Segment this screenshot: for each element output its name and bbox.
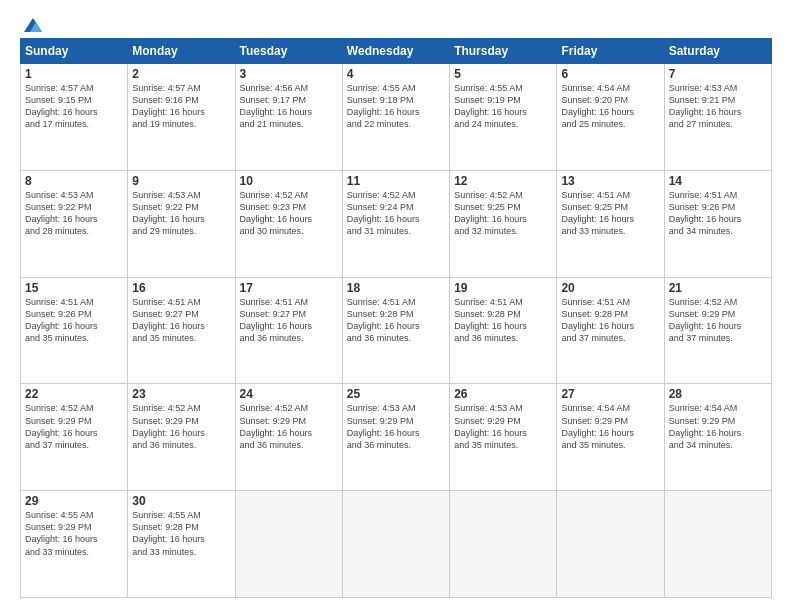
day-info: Sunrise: 4:52 AM Sunset: 9:29 PM Dayligh…: [669, 296, 767, 345]
calendar-day-cell: 13Sunrise: 4:51 AM Sunset: 9:25 PM Dayli…: [557, 170, 664, 277]
day-info: Sunrise: 4:53 AM Sunset: 9:29 PM Dayligh…: [454, 402, 552, 451]
day-number: 19: [454, 281, 552, 295]
weekday-header: Saturday: [664, 39, 771, 64]
day-number: 21: [669, 281, 767, 295]
calendar-day-cell: [557, 491, 664, 598]
calendar-day-cell: 23Sunrise: 4:52 AM Sunset: 9:29 PM Dayli…: [128, 384, 235, 491]
calendar-week-row: 29Sunrise: 4:55 AM Sunset: 9:29 PM Dayli…: [21, 491, 772, 598]
day-info: Sunrise: 4:53 AM Sunset: 9:21 PM Dayligh…: [669, 82, 767, 131]
calendar-day-cell: 17Sunrise: 4:51 AM Sunset: 9:27 PM Dayli…: [235, 277, 342, 384]
calendar-day-cell: 30Sunrise: 4:55 AM Sunset: 9:28 PM Dayli…: [128, 491, 235, 598]
day-number: 20: [561, 281, 659, 295]
calendar-day-cell: 10Sunrise: 4:52 AM Sunset: 9:23 PM Dayli…: [235, 170, 342, 277]
day-info: Sunrise: 4:57 AM Sunset: 9:15 PM Dayligh…: [25, 82, 123, 131]
calendar-day-cell: 15Sunrise: 4:51 AM Sunset: 9:26 PM Dayli…: [21, 277, 128, 384]
calendar-week-row: 22Sunrise: 4:52 AM Sunset: 9:29 PM Dayli…: [21, 384, 772, 491]
page: SundayMondayTuesdayWednesdayThursdayFrid…: [0, 0, 792, 612]
day-number: 15: [25, 281, 123, 295]
weekday-header: Wednesday: [342, 39, 449, 64]
logo-icon: [22, 16, 44, 34]
day-number: 12: [454, 174, 552, 188]
calendar-day-cell: [664, 491, 771, 598]
day-number: 22: [25, 387, 123, 401]
day-info: Sunrise: 4:52 AM Sunset: 9:29 PM Dayligh…: [132, 402, 230, 451]
header: [20, 18, 772, 30]
day-number: 3: [240, 67, 338, 81]
day-number: 11: [347, 174, 445, 188]
day-info: Sunrise: 4:52 AM Sunset: 9:25 PM Dayligh…: [454, 189, 552, 238]
weekday-header: Monday: [128, 39, 235, 64]
day-number: 16: [132, 281, 230, 295]
day-info: Sunrise: 4:56 AM Sunset: 9:17 PM Dayligh…: [240, 82, 338, 131]
day-number: 5: [454, 67, 552, 81]
day-number: 9: [132, 174, 230, 188]
weekday-header-row: SundayMondayTuesdayWednesdayThursdayFrid…: [21, 39, 772, 64]
day-info: Sunrise: 4:51 AM Sunset: 9:28 PM Dayligh…: [347, 296, 445, 345]
day-info: Sunrise: 4:52 AM Sunset: 9:29 PM Dayligh…: [25, 402, 123, 451]
weekday-header: Thursday: [450, 39, 557, 64]
calendar-day-cell: 14Sunrise: 4:51 AM Sunset: 9:26 PM Dayli…: [664, 170, 771, 277]
calendar-day-cell: 28Sunrise: 4:54 AM Sunset: 9:29 PM Dayli…: [664, 384, 771, 491]
day-number: 10: [240, 174, 338, 188]
calendar-day-cell: 26Sunrise: 4:53 AM Sunset: 9:29 PM Dayli…: [450, 384, 557, 491]
day-number: 18: [347, 281, 445, 295]
calendar-day-cell: 5Sunrise: 4:55 AM Sunset: 9:19 PM Daylig…: [450, 64, 557, 171]
calendar-day-cell: 9Sunrise: 4:53 AM Sunset: 9:22 PM Daylig…: [128, 170, 235, 277]
day-info: Sunrise: 4:54 AM Sunset: 9:29 PM Dayligh…: [561, 402, 659, 451]
calendar-day-cell: 12Sunrise: 4:52 AM Sunset: 9:25 PM Dayli…: [450, 170, 557, 277]
day-info: Sunrise: 4:55 AM Sunset: 9:28 PM Dayligh…: [132, 509, 230, 558]
day-number: 8: [25, 174, 123, 188]
day-info: Sunrise: 4:54 AM Sunset: 9:29 PM Dayligh…: [669, 402, 767, 451]
day-number: 26: [454, 387, 552, 401]
calendar-day-cell: [235, 491, 342, 598]
day-info: Sunrise: 4:53 AM Sunset: 9:22 PM Dayligh…: [25, 189, 123, 238]
day-info: Sunrise: 4:53 AM Sunset: 9:29 PM Dayligh…: [347, 402, 445, 451]
day-number: 1: [25, 67, 123, 81]
day-number: 14: [669, 174, 767, 188]
day-info: Sunrise: 4:51 AM Sunset: 9:28 PM Dayligh…: [454, 296, 552, 345]
day-info: Sunrise: 4:54 AM Sunset: 9:20 PM Dayligh…: [561, 82, 659, 131]
calendar-day-cell: 21Sunrise: 4:52 AM Sunset: 9:29 PM Dayli…: [664, 277, 771, 384]
calendar-day-cell: 19Sunrise: 4:51 AM Sunset: 9:28 PM Dayli…: [450, 277, 557, 384]
day-number: 25: [347, 387, 445, 401]
day-number: 29: [25, 494, 123, 508]
calendar-day-cell: [450, 491, 557, 598]
calendar-day-cell: 20Sunrise: 4:51 AM Sunset: 9:28 PM Dayli…: [557, 277, 664, 384]
day-number: 24: [240, 387, 338, 401]
calendar-day-cell: [342, 491, 449, 598]
day-number: 13: [561, 174, 659, 188]
calendar-day-cell: 4Sunrise: 4:55 AM Sunset: 9:18 PM Daylig…: [342, 64, 449, 171]
day-info: Sunrise: 4:51 AM Sunset: 9:27 PM Dayligh…: [132, 296, 230, 345]
day-info: Sunrise: 4:55 AM Sunset: 9:29 PM Dayligh…: [25, 509, 123, 558]
logo: [20, 18, 44, 30]
calendar-week-row: 8Sunrise: 4:53 AM Sunset: 9:22 PM Daylig…: [21, 170, 772, 277]
weekday-header: Sunday: [21, 39, 128, 64]
day-number: 30: [132, 494, 230, 508]
day-number: 6: [561, 67, 659, 81]
calendar-day-cell: 1Sunrise: 4:57 AM Sunset: 9:15 PM Daylig…: [21, 64, 128, 171]
calendar-day-cell: 27Sunrise: 4:54 AM Sunset: 9:29 PM Dayli…: [557, 384, 664, 491]
calendar-day-cell: 8Sunrise: 4:53 AM Sunset: 9:22 PM Daylig…: [21, 170, 128, 277]
calendar-day-cell: 22Sunrise: 4:52 AM Sunset: 9:29 PM Dayli…: [21, 384, 128, 491]
day-info: Sunrise: 4:51 AM Sunset: 9:25 PM Dayligh…: [561, 189, 659, 238]
calendar-day-cell: 16Sunrise: 4:51 AM Sunset: 9:27 PM Dayli…: [128, 277, 235, 384]
day-info: Sunrise: 4:51 AM Sunset: 9:28 PM Dayligh…: [561, 296, 659, 345]
day-info: Sunrise: 4:51 AM Sunset: 9:26 PM Dayligh…: [669, 189, 767, 238]
weekday-header: Tuesday: [235, 39, 342, 64]
calendar-day-cell: 2Sunrise: 4:57 AM Sunset: 9:16 PM Daylig…: [128, 64, 235, 171]
weekday-header: Friday: [557, 39, 664, 64]
day-number: 2: [132, 67, 230, 81]
calendar-day-cell: 18Sunrise: 4:51 AM Sunset: 9:28 PM Dayli…: [342, 277, 449, 384]
day-info: Sunrise: 4:53 AM Sunset: 9:22 PM Dayligh…: [132, 189, 230, 238]
calendar-day-cell: 24Sunrise: 4:52 AM Sunset: 9:29 PM Dayli…: [235, 384, 342, 491]
day-info: Sunrise: 4:52 AM Sunset: 9:29 PM Dayligh…: [240, 402, 338, 451]
calendar-table: SundayMondayTuesdayWednesdayThursdayFrid…: [20, 38, 772, 598]
calendar-day-cell: 3Sunrise: 4:56 AM Sunset: 9:17 PM Daylig…: [235, 64, 342, 171]
day-info: Sunrise: 4:55 AM Sunset: 9:19 PM Dayligh…: [454, 82, 552, 131]
day-info: Sunrise: 4:52 AM Sunset: 9:24 PM Dayligh…: [347, 189, 445, 238]
calendar-week-row: 15Sunrise: 4:51 AM Sunset: 9:26 PM Dayli…: [21, 277, 772, 384]
day-number: 23: [132, 387, 230, 401]
day-number: 17: [240, 281, 338, 295]
day-number: 27: [561, 387, 659, 401]
calendar-day-cell: 11Sunrise: 4:52 AM Sunset: 9:24 PM Dayli…: [342, 170, 449, 277]
